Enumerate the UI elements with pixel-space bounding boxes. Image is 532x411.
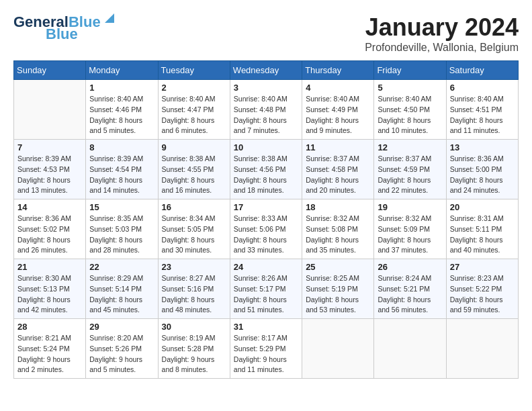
calendar-cell: 31Sunrise: 8:17 AMSunset: 5:29 PMDayligh… — [230, 319, 302, 379]
page-header: GeneralBlue Blue January 2024 Profondevi… — [13, 13, 519, 54]
day-info: Sunrise: 8:40 AMSunset: 4:50 PMDaylight:… — [378, 94, 442, 136]
calendar-cell: 8Sunrise: 8:39 AMSunset: 4:54 PMDaylight… — [86, 140, 158, 199]
day-number: 9 — [162, 142, 226, 152]
day-info: Sunrise: 8:40 AMSunset: 4:51 PMDaylight:… — [450, 94, 515, 136]
day-number: 24 — [234, 262, 298, 272]
calendar-cell: 17Sunrise: 8:33 AMSunset: 5:06 PMDayligh… — [230, 199, 302, 259]
calendar-cell — [374, 319, 446, 379]
day-info: Sunrise: 8:23 AMSunset: 5:22 PMDaylight:… — [450, 273, 515, 316]
day-number: 15 — [89, 202, 154, 212]
calendar-cell: 12Sunrise: 8:37 AMSunset: 4:59 PMDayligh… — [374, 140, 446, 199]
day-info: Sunrise: 8:39 AMSunset: 4:54 PMDaylight:… — [89, 154, 154, 196]
month-title: January 2024 — [365, 13, 519, 42]
title-area: January 2024 Profondeville, Wallonia, Be… — [365, 13, 519, 54]
calendar-cell: 6Sunrise: 8:40 AMSunset: 4:51 PMDaylight… — [446, 80, 518, 140]
day-info: Sunrise: 8:40 AMSunset: 4:49 PMDaylight:… — [306, 94, 370, 136]
day-number: 23 — [162, 262, 226, 272]
day-info: Sunrise: 8:17 AMSunset: 5:29 PMDaylight:… — [234, 333, 298, 375]
calendar-cell: 13Sunrise: 8:36 AMSunset: 5:00 PMDayligh… — [446, 140, 518, 199]
day-number: 22 — [89, 262, 154, 272]
calendar-header-row: SundayMondayTuesdayWednesdayThursdayFrid… — [14, 61, 519, 80]
day-info: Sunrise: 8:38 AMSunset: 4:56 PMDaylight:… — [234, 154, 298, 196]
calendar-cell: 9Sunrise: 8:38 AMSunset: 4:55 PMDaylight… — [158, 140, 230, 199]
day-info: Sunrise: 8:27 AMSunset: 5:16 PMDaylight:… — [162, 273, 226, 316]
calendar-cell — [302, 319, 374, 379]
day-info: Sunrise: 8:34 AMSunset: 5:05 PMDaylight:… — [162, 214, 226, 256]
day-number: 8 — [89, 142, 154, 152]
day-number: 13 — [450, 142, 515, 152]
day-info: Sunrise: 8:21 AMSunset: 5:24 PMDaylight:… — [17, 333, 82, 375]
day-number: 1 — [89, 83, 154, 93]
calendar-cell: 29Sunrise: 8:20 AMSunset: 5:26 PMDayligh… — [86, 319, 158, 379]
calendar-cell — [14, 80, 86, 140]
day-info: Sunrise: 8:25 AMSunset: 5:19 PMDaylight:… — [306, 273, 370, 316]
calendar-cell — [446, 319, 518, 379]
location: Profondeville, Wallonia, Belgium — [365, 42, 519, 54]
day-info: Sunrise: 8:19 AMSunset: 5:28 PMDaylight:… — [162, 333, 226, 375]
day-number: 28 — [17, 322, 82, 332]
calendar-cell: 2Sunrise: 8:40 AMSunset: 4:47 PMDaylight… — [158, 80, 230, 140]
calendar-cell: 5Sunrise: 8:40 AMSunset: 4:50 PMDaylight… — [374, 80, 446, 140]
day-number: 19 — [378, 202, 442, 212]
logo-blue-text: Blue — [46, 26, 78, 43]
calendar-cell: 16Sunrise: 8:34 AMSunset: 5:05 PMDayligh… — [158, 199, 230, 259]
calendar-cell: 14Sunrise: 8:36 AMSunset: 5:02 PMDayligh… — [14, 199, 86, 259]
weekday-header-thursday: Thursday — [302, 61, 374, 80]
day-number: 10 — [234, 142, 298, 152]
calendar-cell: 27Sunrise: 8:23 AMSunset: 5:22 PMDayligh… — [446, 259, 518, 319]
calendar-cell: 10Sunrise: 8:38 AMSunset: 4:56 PMDayligh… — [230, 140, 302, 199]
logo-arrow-icon — [102, 11, 117, 26]
calendar-cell: 30Sunrise: 8:19 AMSunset: 5:28 PMDayligh… — [158, 319, 230, 379]
calendar-cell: 7Sunrise: 8:39 AMSunset: 4:53 PMDaylight… — [14, 140, 86, 199]
day-info: Sunrise: 8:37 AMSunset: 4:58 PMDaylight:… — [306, 154, 370, 196]
day-info: Sunrise: 8:33 AMSunset: 5:06 PMDaylight:… — [234, 214, 298, 256]
calendar-cell: 22Sunrise: 8:29 AMSunset: 5:14 PMDayligh… — [86, 259, 158, 319]
day-number: 14 — [17, 202, 82, 212]
calendar-cell: 20Sunrise: 8:31 AMSunset: 5:11 PMDayligh… — [446, 199, 518, 259]
day-number: 25 — [306, 262, 370, 272]
calendar-cell: 28Sunrise: 8:21 AMSunset: 5:24 PMDayligh… — [14, 319, 86, 379]
day-info: Sunrise: 8:36 AMSunset: 5:02 PMDaylight:… — [17, 214, 82, 256]
day-info: Sunrise: 8:32 AMSunset: 5:09 PMDaylight:… — [378, 214, 442, 256]
svg-marker-0 — [105, 13, 114, 23]
calendar-cell: 11Sunrise: 8:37 AMSunset: 4:58 PMDayligh… — [302, 140, 374, 199]
day-number: 2 — [162, 83, 226, 93]
calendar-cell: 3Sunrise: 8:40 AMSunset: 4:48 PMDaylight… — [230, 80, 302, 140]
calendar-cell: 15Sunrise: 8:35 AMSunset: 5:03 PMDayligh… — [86, 199, 158, 259]
day-info: Sunrise: 8:38 AMSunset: 4:55 PMDaylight:… — [162, 154, 226, 196]
day-number: 18 — [306, 202, 370, 212]
weekday-header-sunday: Sunday — [14, 61, 86, 80]
calendar-table: SundayMondayTuesdayWednesdayThursdayFrid… — [13, 60, 519, 379]
calendar-cell: 24Sunrise: 8:26 AMSunset: 5:17 PMDayligh… — [230, 259, 302, 319]
day-info: Sunrise: 8:40 AMSunset: 4:47 PMDaylight:… — [162, 94, 226, 136]
calendar-cell: 18Sunrise: 8:32 AMSunset: 5:08 PMDayligh… — [302, 199, 374, 259]
day-number: 27 — [450, 262, 515, 272]
day-number: 7 — [17, 142, 82, 152]
day-info: Sunrise: 8:29 AMSunset: 5:14 PMDaylight:… — [89, 273, 154, 316]
day-number: 11 — [306, 142, 370, 152]
calendar-cell: 19Sunrise: 8:32 AMSunset: 5:09 PMDayligh… — [374, 199, 446, 259]
day-number: 20 — [450, 202, 515, 212]
day-info: Sunrise: 8:40 AMSunset: 4:46 PMDaylight:… — [89, 94, 154, 136]
day-number: 26 — [378, 262, 442, 272]
day-info: Sunrise: 8:30 AMSunset: 5:13 PMDaylight:… — [17, 273, 82, 316]
day-number: 30 — [162, 322, 226, 332]
day-number: 21 — [17, 262, 82, 272]
day-number: 17 — [234, 202, 298, 212]
day-info: Sunrise: 8:37 AMSunset: 4:59 PMDaylight:… — [378, 154, 442, 196]
logo: GeneralBlue Blue — [13, 13, 117, 43]
day-number: 29 — [89, 322, 154, 332]
day-info: Sunrise: 8:35 AMSunset: 5:03 PMDaylight:… — [89, 214, 154, 256]
day-number: 16 — [162, 202, 226, 212]
weekday-header-friday: Friday — [374, 61, 446, 80]
weekday-header-saturday: Saturday — [446, 61, 518, 80]
calendar-cell: 1Sunrise: 8:40 AMSunset: 4:46 PMDaylight… — [86, 80, 158, 140]
calendar-week-row: 7Sunrise: 8:39 AMSunset: 4:53 PMDaylight… — [14, 140, 519, 199]
day-number: 4 — [306, 83, 370, 93]
day-info: Sunrise: 8:31 AMSunset: 5:11 PMDaylight:… — [450, 214, 515, 256]
day-info: Sunrise: 8:32 AMSunset: 5:08 PMDaylight:… — [306, 214, 370, 256]
day-number: 6 — [450, 83, 515, 93]
day-info: Sunrise: 8:24 AMSunset: 5:21 PMDaylight:… — [378, 273, 442, 316]
day-info: Sunrise: 8:36 AMSunset: 5:00 PMDaylight:… — [450, 154, 515, 196]
calendar-week-row: 21Sunrise: 8:30 AMSunset: 5:13 PMDayligh… — [14, 259, 519, 319]
